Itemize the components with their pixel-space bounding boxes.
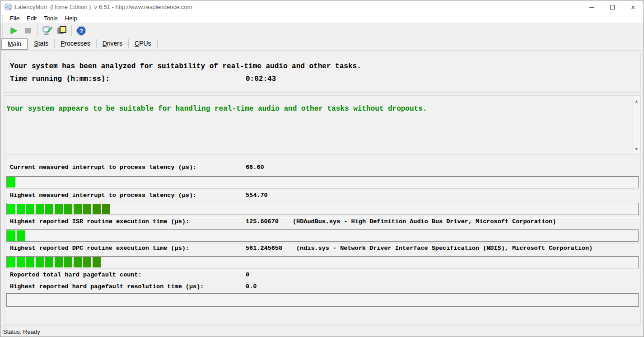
- maximize-icon: [610, 5, 615, 9]
- tab-cpus[interactable]: CPUs: [129, 38, 157, 49]
- metric-value: 0.0: [246, 283, 257, 290]
- metric-label: Highest measured interrupt to process la…: [10, 192, 196, 199]
- tab-main[interactable]: Main: [1, 38, 28, 50]
- tab-drivers[interactable]: Drivers: [97, 38, 128, 49]
- latency-bar-segment: [7, 257, 15, 267]
- latency-bar-isr: [6, 229, 639, 242]
- latencymon-window: LatencyMon (Home Edition ) v 6.51 - http…: [0, 0, 644, 337]
- tab-processes[interactable]: Processes: [55, 38, 96, 49]
- metric-value: 66.60: [246, 164, 264, 171]
- verdict-scrollbar[interactable]: ▲ ▼: [632, 96, 640, 154]
- latency-bar-segment: [17, 230, 25, 241]
- title-bar: LatencyMon (Home Edition ) v 6.51 - http…: [0, 0, 644, 14]
- menu-help[interactable]: Help: [61, 14, 81, 22]
- stop-monitor-button[interactable]: [22, 24, 34, 37]
- latency-bar-segment: [83, 204, 91, 214]
- latency-bar-segment: [64, 257, 72, 267]
- analysis-summary-panel: Your system has been analyzed for suitab…: [4, 53, 641, 93]
- latency-bar-dpc: [6, 256, 639, 268]
- metric-label: Highest reported ISR routine execution t…: [10, 218, 189, 225]
- metric-driver-info: (HDAudBus.sys - High Definition Audio Bu…: [293, 218, 556, 225]
- row-separator: [5, 243, 640, 244]
- latency-bar-segment: [17, 204, 25, 214]
- latency-bar-segment: [17, 257, 25, 267]
- latency-bar-segment: [93, 204, 101, 214]
- tab-stats[interactable]: Stats: [28, 38, 54, 49]
- analysis-headline: Your system has been analyzed for suitab…: [10, 62, 361, 70]
- row-separator: [5, 191, 640, 192]
- row-separator: [5, 270, 640, 271]
- row-separator: [5, 217, 640, 218]
- tab-separator: [157, 39, 158, 48]
- metric-label: Highest reported DPC routine execution t…: [10, 245, 189, 252]
- latency-bar-segment: [26, 257, 34, 267]
- latency-bar-segment: [45, 257, 53, 267]
- analyze-icon: [42, 25, 53, 37]
- menu-file[interactable]: File: [6, 14, 23, 22]
- toolbar-separator: [71, 25, 72, 36]
- latency-bar-segment: [7, 204, 15, 214]
- latency-bar-segment: [93, 257, 101, 267]
- latency-bar-segment: [83, 257, 91, 267]
- metric-driver-info: (ndis.sys - Network Driver Interface Spe…: [296, 245, 593, 252]
- scroll-down-icon[interactable]: ▼: [633, 145, 640, 153]
- toolbar-gripper: [2, 25, 4, 37]
- metric-label: Highest reported hard pagefault resoluti…: [10, 283, 204, 290]
- toolbar-separator: [37, 25, 38, 36]
- latency-bar-segment: [36, 204, 44, 214]
- verdict-text: Your system appears to be suitable for h…: [6, 105, 630, 113]
- report-copy-icon: [56, 25, 67, 36]
- latency-bar-segment: [74, 204, 82, 214]
- play-icon: [9, 26, 18, 35]
- tab-bar: Main Stats Processes Drivers CPUs: [1, 38, 158, 50]
- verdict-panel: Your system appears to be suitable for h…: [4, 95, 641, 154]
- maximize-button[interactable]: [602, 0, 623, 14]
- minimize-icon: [589, 7, 594, 8]
- app-icon: [5, 4, 12, 11]
- help-button[interactable]: ?: [75, 24, 88, 37]
- metric-value: 561.245658: [246, 245, 282, 252]
- metric-value: 554.70: [246, 192, 268, 199]
- latency-bar-segment: [7, 230, 15, 241]
- time-running-label: Time running (h:mm:ss):: [10, 75, 110, 83]
- analyze-button[interactable]: [41, 24, 54, 37]
- scroll-up-icon[interactable]: ▲: [633, 97, 640, 105]
- status-bar: Status: Ready: [0, 327, 644, 337]
- menu-gripper: [2, 15, 4, 22]
- close-icon: ✕: [631, 4, 636, 11]
- latency-bar-highest: [6, 203, 639, 215]
- help-icon: ?: [76, 25, 87, 36]
- latency-bar-pagefault: [6, 293, 639, 307]
- content-divider: [0, 50, 644, 51]
- latency-bar-segment: [55, 257, 63, 267]
- minimize-button[interactable]: [581, 0, 602, 14]
- menu-edit[interactable]: Edit: [23, 14, 40, 22]
- metric-label: Reported total hard pagefault count:: [10, 271, 142, 278]
- latency-bar-segment: [7, 177, 15, 187]
- latency-bar-segment: [64, 204, 72, 214]
- toolbar: ?: [0, 23, 644, 38]
- stop-icon: [24, 27, 32, 34]
- svg-text:?: ?: [79, 28, 83, 34]
- menu-bar: File Edit Tools Help: [0, 14, 644, 23]
- start-monitor-button[interactable]: [7, 24, 20, 37]
- latency-bar-segment: [74, 257, 82, 267]
- report-button[interactable]: [56, 24, 68, 37]
- window-title: LatencyMon (Home Edition ) v 6.51 - http…: [15, 4, 192, 10]
- latency-bar-segment: [36, 257, 44, 267]
- latency-bar-segment: [45, 204, 53, 214]
- metrics-panel: Current measured interrupt to process la…: [4, 156, 641, 325]
- latency-bar-current: [6, 176, 639, 188]
- status-text: Status: Ready: [3, 328, 40, 335]
- metric-value: 0: [246, 271, 249, 278]
- latency-bar-segment: [55, 204, 63, 214]
- close-button[interactable]: ✕: [623, 0, 644, 14]
- metric-value: 125.60670: [246, 218, 279, 225]
- metric-label: Current measured interrupt to process la…: [10, 164, 196, 171]
- time-running-value: 0:02:43: [246, 75, 276, 83]
- menu-tools[interactable]: Tools: [40, 14, 61, 22]
- latency-bar-segment: [102, 204, 110, 214]
- latency-bar-segment: [26, 204, 34, 214]
